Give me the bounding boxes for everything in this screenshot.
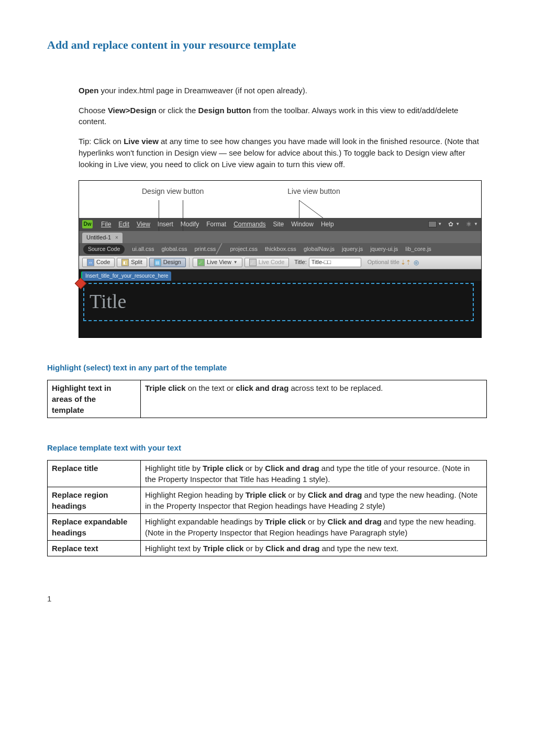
cell-label: Replace title [52,464,98,473]
table-row: Highlight text in areas of the template … [48,380,487,418]
table-row: Replace regionheadings Highlight Region … [48,487,487,513]
title-placeholder[interactable]: Title [83,283,474,321]
menu-edit[interactable]: Edit [118,220,129,229]
menu-help[interactable]: Help [321,220,334,229]
document-tab-label: Untitled-1 [86,234,111,242]
related-file[interactable]: print.css╱ [194,245,222,254]
related-file[interactable]: jquery.js [342,245,363,254]
section-heading-replace: Replace template text with your text [47,442,487,454]
related-file[interactable]: globalNav.js [304,245,335,254]
layout-dropdown-icon[interactable]: ▼ [428,221,442,227]
highlight-table: Highlight text in areas of the template … [47,380,487,418]
menu-insert[interactable]: Insert [158,220,173,229]
title-input[interactable]: Title-□□ [309,258,361,267]
cell-text: Triple click on the text or click and dr… [141,380,487,418]
menubar: Dw File Edit View Insert Modify Format C… [79,218,481,231]
svg-line-0 [299,200,323,218]
page-number: 1 [47,593,487,605]
table-row: Replace expandableheadings Highlight exp… [48,513,487,540]
table-row: Replace title Highlight title by Triple … [48,460,487,487]
callout-line [159,200,159,218]
cell-label: Replace text [52,544,98,553]
related-file[interactable]: global.css [161,245,187,254]
label-design-view-button: Design view button [142,186,204,196]
menu-view[interactable]: View [137,220,150,229]
source-code-pill[interactable]: Source Code [83,245,125,254]
intro-p2: Choose View>Design or click the Design b… [79,105,482,128]
related-file[interactable]: lib_core.js [405,245,431,254]
cell-text: Highlight expandable headings by Triple … [141,513,487,540]
separator [189,258,190,267]
screenshot: Design view button Live view button Dw F… [79,180,482,338]
optional-title-label: Optional title [368,258,399,267]
preview-browser-icon[interactable]: ◎ [412,258,420,267]
menu-file[interactable]: File [101,220,111,229]
code-button[interactable]: ‹›Code [82,258,115,267]
menu-window[interactable]: Window [291,220,314,229]
menu-commands[interactable]: Commands [233,220,265,229]
intro-p3: Tip: Click on Live view at any time to s… [79,136,482,170]
design-canvas[interactable]: Title [79,281,481,337]
editable-region-bar: Insert_title_for_your_resource_here [79,269,481,281]
live-code-button[interactable]: ☄Live Code [244,258,290,267]
related-file[interactable]: jquery-ui.js [370,245,398,254]
split-button[interactable]: ◧Split [117,258,147,267]
gear-icon[interactable]: ▼ [448,220,460,229]
document-tab[interactable]: Untitled-1 × [82,233,123,243]
related-file[interactable]: project.css [230,245,258,254]
cell-text: Highlight Region heading by Triple click… [141,487,487,513]
replace-table: Replace title Highlight title by Triple … [47,460,487,556]
cell-text: Highlight text by Triple click or by Cli… [141,540,487,556]
menu-modify[interactable]: Modify [181,220,199,229]
editable-region-tab: Insert_title_for_your_resource_here [81,271,171,281]
table-row: Replace text Highlight text by Triple cl… [48,540,487,556]
document-tab-bar: Untitled-1 × [79,231,481,243]
related-file[interactable]: ui.all.css [132,245,154,254]
download-icon[interactable]: ⇣⇡ [402,258,410,267]
network-icon[interactable]: ▼ [466,220,478,229]
close-icon[interactable]: × [115,234,118,242]
title-label: Title: [294,258,306,267]
related-file[interactable]: thickbox.css [265,245,296,254]
intro-p1: Open your index.html page in Dreamweaver… [79,85,482,96]
label-live-view-button: Live view button [287,186,340,196]
live-view-button[interactable]: ☄Live View▼ [193,258,242,267]
cell-label: Replace expandableheadings [52,517,127,537]
callout-diagonal [298,200,345,218]
callout-line [183,200,183,218]
cell-text: Highlight title by Triple click or by Cl… [141,460,487,487]
intro-open: Open [79,86,98,95]
cell-label: Highlight text in areas of the template [52,384,111,414]
page-title: Add and replace content in your resource… [47,37,487,53]
menu-site[interactable]: Site [273,220,284,229]
section-heading-highlight: Highlight (select) text in any part of t… [47,362,487,374]
related-files-bar: Source Code ui.all.css global.css print.… [79,243,481,256]
design-button[interactable]: ▤Design [149,258,186,267]
menu-format[interactable]: Format [206,220,226,229]
cell-label: Replace regionheadings [52,490,108,510]
dreamweaver-icon: Dw [82,220,93,228]
document-toolbar: ‹›Code ◧Split ▤Design ☄Live View▼ ☄Live … [79,256,481,269]
